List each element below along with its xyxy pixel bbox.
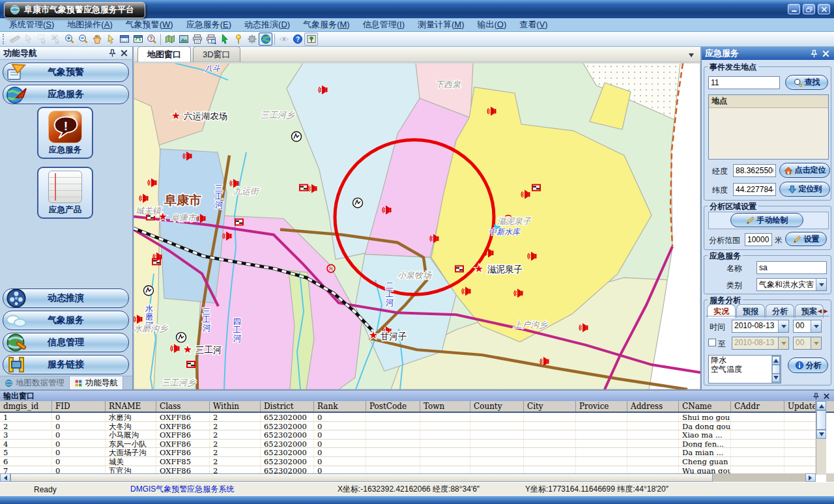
scroll-thumb[interactable] [772,365,780,374]
flag-marker[interactable] [186,361,195,368]
element-item-0[interactable]: 降水 [709,356,781,365]
panel-tab-0[interactable]: 地图数据管理 [0,376,70,389]
service-name-input[interactable] [756,261,827,274]
menu-item-6[interactable]: 信息管理(I) [356,18,411,32]
toolbar-globe-service[interactable] [259,33,272,46]
menu-item-7[interactable]: 测量计算(M) [411,18,471,32]
column-header-County[interactable]: County [470,401,524,412]
toolbar-pushpin[interactable] [231,33,245,46]
star-marker[interactable]: ★ [474,263,483,274]
toolbar-refresh-window[interactable] [131,33,145,46]
flag-marker[interactable] [455,265,464,272]
column-header-Provice[interactable]: Provice [576,401,627,412]
menu-item-3[interactable]: 应急服务(E) [180,18,238,32]
place-list[interactable]: 地点 [708,94,829,160]
table-row[interactable]: 10水磨沟OXFF8626523020000Shui mo gou [0,413,816,422]
dropdown-arrow-icon[interactable] [811,320,821,332]
toolbar-full-extent-window[interactable] [117,33,131,46]
restore-button[interactable] [803,4,815,14]
station-marker[interactable] [292,132,302,141]
column-header-Update[interactable]: Update [784,401,816,412]
toolbar-pointer-arrow[interactable] [104,33,117,46]
star-marker[interactable]: ★ [183,344,192,355]
map-tab-0[interactable]: 地图窗口 [137,46,191,62]
nav-group-link-posts[interactable]: 服务链接 [3,355,129,374]
nav-group-globe-tools[interactable]: 信息管理 [3,333,129,352]
station-marker[interactable] [177,333,186,343]
find-button[interactable]: 查找 [785,75,828,90]
menu-item-5[interactable]: 气象服务(M) [296,18,356,32]
manual-draw-button[interactable]: 手动绘制 [730,213,803,227]
column-header-Rank[interactable]: Rank [314,401,366,412]
menu-item-8[interactable]: 输出(O) [471,18,513,32]
station-marker[interactable] [353,198,363,208]
table-row[interactable]: 60城关OXFF8526523020000Cheng guan [0,457,816,466]
date-select[interactable]: 2010-08-13 [732,320,789,333]
toolbar-pan-hand[interactable] [90,33,104,46]
close-icon[interactable] [822,392,831,400]
scroll-up-icon[interactable] [816,401,826,410]
tab-scroll-left-icon[interactable]: ◂ [817,307,822,315]
nav-group-clouds[interactable]: 气象服务 [3,311,129,330]
star-marker[interactable]: ★ [369,329,378,341]
column-header-CName[interactable]: CName [679,401,731,412]
pin-icon[interactable] [809,49,819,59]
station-marker[interactable] [144,286,154,296]
table-row[interactable]: 40东风一小队OXFF8626523020000Dong fen... [0,440,816,449]
scroll-left-icon[interactable] [0,473,10,482]
pin-icon[interactable] [108,48,117,58]
column-header-Within[interactable]: Within [210,401,261,412]
column-header-City[interactable]: City [524,401,576,412]
menu-item-4[interactable]: 动态推演(D) [238,18,296,32]
nav-group-globe-arrow[interactable]: 应急服务 [3,85,129,104]
toolbar-help-question[interactable]: ? [291,33,304,46]
toolbar-map-layers[interactable] [163,33,177,46]
listbox-scrollbar[interactable] [771,356,781,383]
scroll-down-icon[interactable] [772,374,780,382]
menu-item-9[interactable]: 查看(V) [513,18,554,32]
table-horizontal-scrollbar[interactable] [0,473,816,482]
map-tab-1[interactable]: 3D窗口 [193,46,240,62]
tab-scroll-right-icon[interactable]: ▸ [823,307,828,315]
service-type-select[interactable]: 气象和洪水灾害 [756,278,827,291]
shortcut-alert-bubble[interactable]: !应急服务 [37,107,93,159]
map-tab-dropdown-icon[interactable] [686,49,697,60]
close-button[interactable] [818,4,830,14]
element-listbox[interactable]: 降水空气温度 [708,355,781,384]
toolbar-zoom-out[interactable] [76,33,90,46]
flag-marker[interactable] [235,219,244,226]
scroll-down-icon[interactable] [816,430,826,439]
column-header-CAddr[interactable]: CAddr [731,401,784,412]
analyze-button[interactable]: 分析 [788,357,828,373]
column-header-dmgis_id[interactable]: dmgis_id [0,401,52,412]
nav-group-film-reel[interactable]: 动态推演 [3,288,129,308]
to-checkbox[interactable] [708,339,716,346]
menu-item-2[interactable]: 气象预警(W) [119,18,180,32]
menu-item-1[interactable]: 地图操作(A) [61,18,119,32]
column-header-Address[interactable]: Address [627,401,679,412]
flag-marker[interactable] [299,184,308,191]
map-canvas[interactable]: ★★★★★三工河三工河四工河水磨河二工河六运湖农场三工河乡下西泉九运街阜康市城关… [134,63,700,389]
toolbar-printer[interactable] [190,33,204,46]
scroll-thumb[interactable] [10,473,713,482]
hour-select[interactable]: 00 [793,320,822,333]
locate-to-button[interactable]: 定位到 [779,182,830,197]
toolbar-overview-picture[interactable] [304,33,318,46]
close-icon[interactable] [119,48,129,58]
table-vertical-scrollbar[interactable] [816,401,826,475]
scroll-thumb[interactable] [816,410,826,430]
table-row[interactable]: 50大面场子沟OXFF8626523020000Da mian ... [0,448,816,457]
toolbar-grip[interactable] [3,34,5,44]
minimize-button[interactable] [788,4,800,14]
toolbar-export-image[interactable] [177,33,190,46]
column-header-District[interactable]: District [261,401,314,412]
table-row[interactable]: 20大冬沟OXFF8626523020000Da dong gou [0,422,816,431]
table-row[interactable]: 30小马厩沟OXFF8626523020000Xiao ma ... [0,430,816,440]
latitude-input[interactable] [733,183,776,196]
column-header-Town[interactable]: Town [420,401,470,412]
shortcut-notepad[interactable]: 应急产品 [37,167,93,219]
range-input[interactable] [745,233,772,246]
nav-group-send-doc[interactable]: 气象预警 [3,63,129,82]
toolbar-green-pointer[interactable] [218,33,231,46]
scroll-right-icon[interactable] [805,473,816,482]
